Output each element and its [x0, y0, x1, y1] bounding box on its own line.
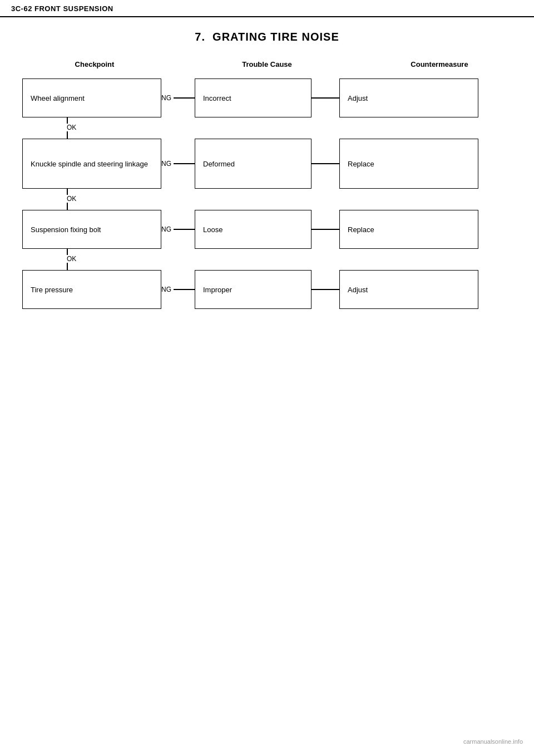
- countermeasure-box-4: Adjust: [339, 270, 478, 309]
- watermark: carmanualsonline.info: [463, 738, 523, 745]
- trouble-connector-4: [312, 289, 339, 290]
- trouble-connector-1: [312, 97, 339, 99]
- ng-line-3: [174, 229, 195, 230]
- page-header: 3C-62 FRONT SUSPENSION: [0, 0, 534, 17]
- ok-connector-2: OK: [22, 189, 512, 210]
- diagram-container: Checkpoint Trouble Cause Countermeasure …: [0, 60, 534, 309]
- checkpoint-box-1: Wheel alignment: [22, 78, 161, 117]
- trouble-box-2: Deformed: [195, 139, 312, 189]
- trouble-line-4: [312, 289, 339, 290]
- ok-connector-1: OK: [22, 117, 512, 139]
- ng-label-4: NG: [161, 286, 171, 293]
- ng-line-4: [174, 289, 195, 290]
- trouble-line-2: [312, 163, 339, 164]
- ng-connector-1: NG: [161, 94, 195, 102]
- column-headers: Checkpoint Trouble Cause Countermeasure: [22, 60, 512, 68]
- trouble-line-3: [312, 229, 339, 230]
- checkpoint-box-2: Knuckle spindle and steering linkage: [22, 139, 161, 189]
- trouble-line-1: [312, 97, 339, 99]
- flow-row-3: Suspension fixing bolt NG Loose Replace: [22, 210, 512, 249]
- col-header-countermeasure: Countermeasure: [373, 60, 506, 68]
- trouble-box-4: Improper: [195, 270, 312, 309]
- col-header-trouble: Trouble Cause: [200, 60, 334, 68]
- ng-label-3: NG: [161, 225, 171, 233]
- section-title: 7. GRATING TIRE NOISE: [0, 17, 534, 60]
- header-text: 3C-62 FRONT SUSPENSION: [11, 4, 113, 13]
- trouble-connector-2: [312, 163, 339, 164]
- countermeasure-box-3: Replace: [339, 210, 478, 249]
- col-header-checkpoint: Checkpoint: [28, 60, 161, 68]
- countermeasure-box-1: Adjust: [339, 78, 478, 117]
- flow-row-1: Wheel alignment NG Incorrect Adjust: [22, 78, 512, 117]
- trouble-box-3: Loose: [195, 210, 312, 249]
- ok-label-2: OK: [67, 195, 76, 203]
- trouble-box-1: Incorrect: [195, 78, 312, 117]
- ng-label-2: NG: [161, 160, 171, 168]
- ok-label-1: OK: [67, 124, 76, 131]
- ng-connector-2: NG: [161, 160, 195, 168]
- flow-row-2: Knuckle spindle and steering linkage NG …: [22, 139, 512, 189]
- ok-label-3: OK: [67, 255, 76, 263]
- ng-connector-4: NG: [161, 286, 195, 293]
- ng-label-1: NG: [161, 94, 171, 102]
- ng-connector-3: NG: [161, 225, 195, 233]
- countermeasure-box-2: Replace: [339, 139, 478, 189]
- checkpoint-box-3: Suspension fixing bolt: [22, 210, 161, 249]
- ng-line-1: [174, 97, 195, 99]
- ok-connector-3: OK: [22, 249, 512, 270]
- flow-row-4: Tire pressure NG Improper Adjust: [22, 270, 512, 309]
- ng-line-2: [174, 163, 195, 164]
- checkpoint-box-4: Tire pressure: [22, 270, 161, 309]
- trouble-connector-3: [312, 229, 339, 230]
